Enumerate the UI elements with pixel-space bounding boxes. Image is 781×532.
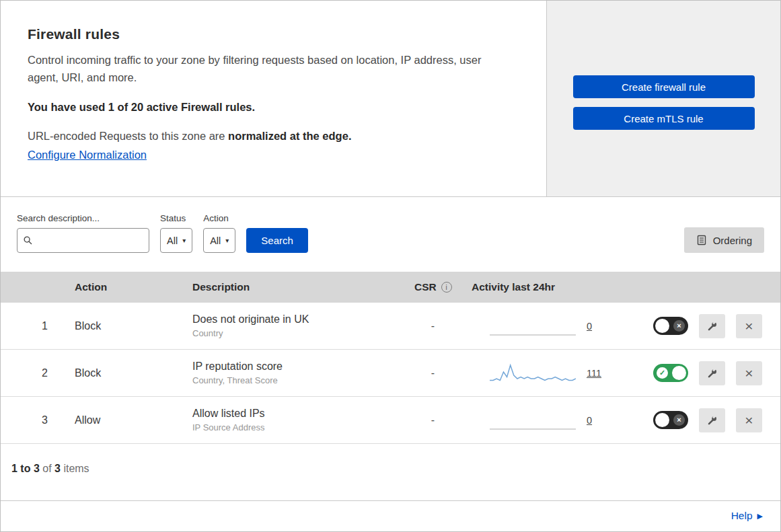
edit-rule-button[interactable]	[699, 314, 725, 338]
ordering-list-icon	[696, 235, 707, 245]
page-description: Control incoming traffic to your zone by…	[28, 52, 505, 86]
rule-controls: ✓ ×	[623, 361, 780, 385]
pagination-of: of	[40, 463, 54, 474]
wrench-icon	[707, 321, 718, 332]
col-csr: CSR i	[404, 281, 461, 293]
col-activity: Activity last 24hr	[461, 281, 623, 293]
ordering-button-label: Ordering	[713, 235, 752, 246]
normalization-bold: normalized at the edge.	[228, 130, 351, 142]
toggle-knob	[655, 319, 669, 333]
search-button[interactable]: Search	[246, 228, 308, 253]
normalization-prefix: URL-encoded Requests to this zone are	[28, 130, 228, 142]
activity-sparkline	[490, 362, 576, 385]
page-title: Firewall rules	[28, 26, 519, 42]
action-label: Action	[203, 213, 235, 223]
wrench-icon	[707, 415, 718, 426]
rule-action: Block	[65, 320, 182, 332]
action-filter-group: Action All ▾	[203, 213, 235, 253]
create-mtls-rule-button[interactable]: Create mTLS rule	[573, 107, 755, 130]
toggle-knob	[655, 413, 669, 427]
configure-normalization-link[interactable]: Configure Normalization	[28, 149, 147, 161]
rule-description: IP reputation score	[192, 360, 404, 373]
status-label: Status	[160, 213, 192, 223]
rule-number: 1	[1, 320, 65, 332]
ordering-button[interactable]: Ordering	[684, 227, 764, 253]
table-row: 1 Block Does not originate in UK Country…	[1, 303, 780, 350]
rule-csr: -	[404, 414, 461, 426]
action-dropdown-value: All	[210, 235, 221, 246]
wrench-icon	[707, 368, 718, 379]
rule-description-cell: Allow listed IPs IP Source Address	[182, 408, 404, 432]
header-text-panel: Firewall rules Control incoming traffic …	[1, 1, 547, 196]
activity-sparkline	[490, 315, 576, 338]
pagination-range: 1 to 3	[11, 463, 40, 474]
table-header: Action Description CSR i Activity last 2…	[1, 272, 780, 303]
info-icon[interactable]: i	[441, 282, 452, 293]
rule-enabled-toggle[interactable]: ✓	[653, 364, 688, 382]
rule-csr: -	[404, 320, 461, 332]
status-dropdown[interactable]: All ▾	[160, 228, 192, 253]
chevron-down-icon: ▾	[182, 237, 186, 244]
help-link[interactable]: Help ▶	[731, 510, 763, 522]
delete-rule-button[interactable]: ×	[736, 408, 762, 432]
usage-note: You have used 1 of 20 active Firewall ru…	[28, 101, 519, 114]
table-row: 3 Allow Allow listed IPs IP Source Addre…	[1, 397, 780, 444]
chevron-down-icon: ▾	[225, 237, 229, 244]
close-icon: ×	[745, 413, 753, 427]
filter-bar: Search description... Status All ▾ Actio…	[1, 197, 780, 272]
delete-rule-button[interactable]: ×	[736, 361, 762, 385]
rule-csr: -	[404, 367, 461, 379]
normalization-note: URL-encoded Requests to this zone are no…	[28, 130, 519, 143]
edit-rule-button[interactable]	[699, 408, 725, 432]
help-row: Help ▶	[1, 500, 780, 531]
pagination: 1 to 3 of 3 items	[1, 444, 780, 500]
search-box	[17, 228, 149, 253]
activity-count-link[interactable]: 0	[587, 321, 592, 332]
col-action: Action	[65, 281, 182, 293]
rule-description-cell: IP reputation score Country, Threat Scor…	[182, 360, 404, 385]
close-icon: ×	[745, 319, 753, 333]
rule-criteria: Country, Threat Score	[192, 375, 404, 385]
help-link-label: Help	[731, 510, 753, 522]
firewall-rules-page: Firewall rules Control incoming traffic …	[0, 0, 781, 532]
rule-criteria: IP Source Address	[192, 422, 404, 432]
toggle-state-icon: ×	[673, 320, 685, 332]
search-input[interactable]	[37, 235, 143, 246]
rule-number: 3	[1, 414, 65, 426]
rule-activity-cell: 0	[461, 409, 623, 432]
create-firewall-rule-button[interactable]: Create firewall rule	[573, 75, 755, 98]
pagination-items: items	[61, 463, 89, 474]
arrow-right-icon: ▶	[757, 512, 763, 521]
rule-description: Does not originate in UK	[192, 313, 404, 326]
col-description: Description	[182, 281, 404, 293]
search-icon	[23, 235, 33, 245]
rule-action: Allow	[65, 414, 182, 426]
toggle-state-icon: ×	[673, 414, 685, 426]
action-dropdown[interactable]: All ▾	[203, 228, 235, 253]
status-dropdown-value: All	[167, 235, 178, 246]
rule-enabled-toggle[interactable]: ×	[653, 411, 688, 429]
rule-description: Allow listed IPs	[192, 408, 404, 420]
edit-rule-button[interactable]	[699, 361, 725, 385]
rule-number: 2	[1, 367, 65, 379]
rule-activity-cell: 111	[461, 362, 623, 385]
activity-count-link[interactable]: 0	[587, 415, 592, 426]
rule-action: Block	[65, 367, 182, 379]
toggle-knob	[672, 366, 686, 380]
activity-sparkline	[490, 409, 576, 432]
table-row: 2 Block IP reputation score Country, Thr…	[1, 350, 780, 397]
rule-activity-cell: 0	[461, 315, 623, 338]
header-section: Firewall rules Control incoming traffic …	[1, 1, 780, 197]
rule-criteria: Country	[192, 328, 404, 338]
toggle-state-icon: ✓	[657, 367, 668, 379]
status-filter-group: Status All ▾	[160, 213, 192, 253]
pagination-total: 3	[54, 463, 61, 474]
rule-controls: × ×	[623, 408, 780, 432]
col-csr-label: CSR	[414, 281, 437, 293]
search-label: Search description...	[17, 213, 149, 223]
search-group: Search description...	[17, 213, 149, 253]
rule-enabled-toggle[interactable]: ×	[653, 317, 688, 335]
activity-count-link[interactable]: 111	[587, 368, 601, 379]
delete-rule-button[interactable]: ×	[736, 314, 762, 338]
close-icon: ×	[745, 366, 753, 380]
